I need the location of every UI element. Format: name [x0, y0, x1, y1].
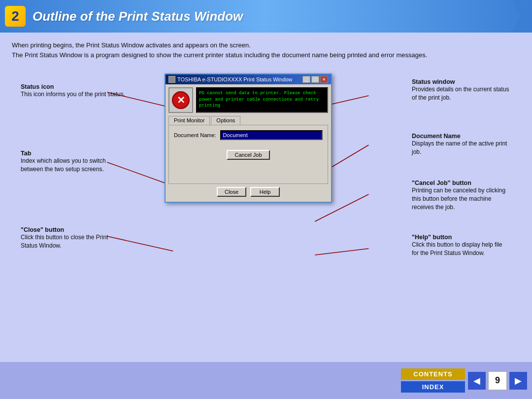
minimize-button[interactable]: _	[302, 76, 310, 83]
document-name-input[interactable]: Document	[220, 130, 323, 140]
annotation-help-button: "Help" button Click this button to displ…	[412, 234, 510, 257]
doc-name-desc: Displays the name of the active print jo…	[412, 140, 507, 155]
dialog-title-text: TOSHIBA e-STUDIOXXXX Print Status Window	[177, 76, 292, 82]
dialog-tab-content: Document Name: Document Cancel Job	[168, 125, 328, 184]
close-label: "Close" button	[21, 226, 119, 233]
doc-name-label: Document Name	[412, 133, 510, 140]
svg-line-6	[315, 249, 368, 255]
status-icon-label: Status icon	[21, 83, 125, 90]
dialog-close-button[interactable]: ✕	[320, 76, 328, 83]
help-desc: Click this button to display help file f…	[412, 241, 502, 256]
dialog-box: TOSHIBA e-STUDIOXXXX Print Status Window…	[165, 73, 332, 203]
footer: CONTENTS INDEX ◀ 9 ▶	[0, 362, 532, 399]
dialog-titlebar: TOSHIBA e-STUDIOXXXX Print Status Window…	[166, 74, 331, 84]
status-window-desc: Provides details on the current status o…	[412, 86, 509, 101]
cancel-label: "Cancel Job" button	[412, 180, 510, 186]
status-area: ✕ PD cannot send data to printer. Please…	[168, 87, 328, 113]
header-arrow-icon	[512, 0, 532, 33]
cancel-job-area: Cancel Job	[174, 150, 323, 160]
chapter-number: 2	[5, 6, 26, 27]
intro-paragraph: When printing begins, the Print Status W…	[12, 40, 520, 60]
intro-line2: The Print Status Window is a program des…	[12, 51, 427, 59]
cancel-job-button[interactable]: Cancel Job	[227, 150, 269, 160]
help-label: "Help" button	[412, 234, 510, 241]
status-window-label: Status window	[412, 78, 510, 85]
close-button[interactable]: Close	[217, 187, 246, 197]
contents-button[interactable]: CONTENTS	[401, 368, 465, 380]
status-icon-box: ✕	[168, 87, 193, 113]
tab-desc: Index which allows you to switch between…	[21, 157, 106, 173]
annotation-status-icon: Status icon This icon informs you of the…	[21, 83, 125, 99]
titlebar-left: TOSHIBA e-STUDIOXXXX Print Status Window	[168, 76, 292, 83]
prev-page-button[interactable]: ◀	[468, 372, 486, 390]
diagram-area: Status icon This icon informs you of the…	[12, 69, 520, 300]
annotation-document-name: Document Name Displays the name of the a…	[412, 133, 510, 156]
document-name-field-label: Document Name:	[174, 132, 216, 138]
page-container: 2 Outline of the Print Status Window Whe…	[0, 0, 532, 399]
close-desc: Click this button to close the Print Sta…	[21, 234, 108, 249]
dialog-body: ✕ PD cannot send data to printer. Please…	[166, 84, 331, 202]
annotation-status-window: Status window Provides details on the cu…	[412, 78, 510, 102]
dialog-bottom-buttons: Close Help	[168, 187, 328, 199]
next-page-button[interactable]: ▶	[509, 372, 527, 390]
tab-options[interactable]: Options	[211, 116, 240, 125]
dialog-controls: _ □ ✕	[302, 76, 328, 83]
maximize-button[interactable]: □	[311, 76, 319, 83]
header: 2 Outline of the Print Status Window	[0, 0, 532, 33]
status-message-box: PD cannot send data to printer. Please c…	[196, 87, 328, 113]
main-content: When printing begins, the Print Status W…	[0, 33, 532, 305]
annotation-close-button: "Close" button Click this button to clos…	[21, 226, 119, 250]
index-button[interactable]: INDEX	[401, 381, 465, 393]
tab-print-monitor[interactable]: Print Monitor	[168, 116, 210, 125]
help-button[interactable]: Help	[250, 187, 280, 197]
dialog-tabs: Print Monitor Options	[168, 116, 328, 125]
footer-nav-buttons: CONTENTS INDEX	[401, 368, 465, 393]
error-icon: ✕	[172, 91, 190, 109]
intro-line1: When printing begins, the Print Status W…	[12, 41, 251, 49]
dialog-app-icon	[168, 76, 175, 83]
status-icon-desc: This icon informs you of the print statu…	[21, 91, 125, 98]
tab-label: Tab	[21, 150, 109, 157]
annotation-cancel-job: "Cancel Job" button Printing can be canc…	[412, 180, 510, 211]
page-number: 9	[488, 371, 507, 391]
document-name-row: Document Name: Document	[174, 130, 323, 140]
svg-line-1	[107, 162, 173, 186]
page-title: Outline of the Print Status Window	[33, 9, 243, 24]
footer-page-area: ◀ 9 ▶	[468, 371, 527, 391]
annotation-tab: Tab Index which allows you to switch bet…	[21, 150, 109, 174]
cancel-desc: Printing can be canceled by clicking thi…	[412, 187, 505, 211]
dialog-window: TOSHIBA e-STUDIOXXXX Print Status Window…	[165, 73, 332, 203]
